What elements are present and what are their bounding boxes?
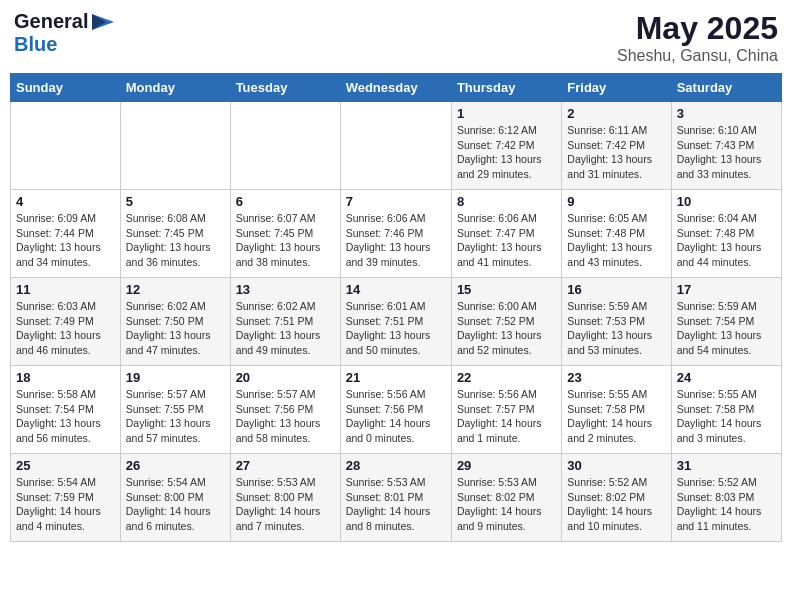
day-content: Sunrise: 5:54 AM Sunset: 7:59 PM Dayligh… — [16, 475, 115, 534]
day-content: Sunrise: 6:02 AM Sunset: 7:51 PM Dayligh… — [236, 299, 335, 358]
day-number: 30 — [567, 458, 665, 473]
day-number: 7 — [346, 194, 446, 209]
day-content: Sunrise: 6:03 AM Sunset: 7:49 PM Dayligh… — [16, 299, 115, 358]
day-number: 5 — [126, 194, 225, 209]
day-content: Sunrise: 6:05 AM Sunset: 7:48 PM Dayligh… — [567, 211, 665, 270]
day-content: Sunrise: 5:56 AM Sunset: 7:56 PM Dayligh… — [346, 387, 446, 446]
day-number: 1 — [457, 106, 556, 121]
calendar-table: SundayMondayTuesdayWednesdayThursdayFrid… — [10, 73, 782, 542]
calendar-cell: 14Sunrise: 6:01 AM Sunset: 7:51 PM Dayli… — [340, 278, 451, 366]
day-number: 12 — [126, 282, 225, 297]
calendar-cell: 24Sunrise: 5:55 AM Sunset: 7:58 PM Dayli… — [671, 366, 781, 454]
day-content: Sunrise: 6:01 AM Sunset: 7:51 PM Dayligh… — [346, 299, 446, 358]
day-content: Sunrise: 6:11 AM Sunset: 7:42 PM Dayligh… — [567, 123, 665, 182]
calendar-week-4: 18Sunrise: 5:58 AM Sunset: 7:54 PM Dayli… — [11, 366, 782, 454]
day-number: 26 — [126, 458, 225, 473]
day-number: 17 — [677, 282, 776, 297]
calendar-cell: 3Sunrise: 6:10 AM Sunset: 7:43 PM Daylig… — [671, 102, 781, 190]
calendar-cell: 30Sunrise: 5:52 AM Sunset: 8:02 PM Dayli… — [562, 454, 671, 542]
calendar-cell: 2Sunrise: 6:11 AM Sunset: 7:42 PM Daylig… — [562, 102, 671, 190]
logo-general: General — [14, 10, 88, 33]
calendar-cell — [230, 102, 340, 190]
calendar-cell: 18Sunrise: 5:58 AM Sunset: 7:54 PM Dayli… — [11, 366, 121, 454]
calendar-cell: 5Sunrise: 6:08 AM Sunset: 7:45 PM Daylig… — [120, 190, 230, 278]
day-number: 27 — [236, 458, 335, 473]
day-number: 23 — [567, 370, 665, 385]
calendar-cell: 11Sunrise: 6:03 AM Sunset: 7:49 PM Dayli… — [11, 278, 121, 366]
day-number: 8 — [457, 194, 556, 209]
weekday-header-saturday: Saturday — [671, 74, 781, 102]
day-content: Sunrise: 6:02 AM Sunset: 7:50 PM Dayligh… — [126, 299, 225, 358]
calendar-week-1: 1Sunrise: 6:12 AM Sunset: 7:42 PM Daylig… — [11, 102, 782, 190]
day-number: 10 — [677, 194, 776, 209]
calendar-cell: 29Sunrise: 5:53 AM Sunset: 8:02 PM Dayli… — [451, 454, 561, 542]
calendar-cell — [340, 102, 451, 190]
calendar-cell — [11, 102, 121, 190]
day-content: Sunrise: 5:52 AM Sunset: 8:02 PM Dayligh… — [567, 475, 665, 534]
day-content: Sunrise: 5:59 AM Sunset: 7:53 PM Dayligh… — [567, 299, 665, 358]
day-content: Sunrise: 5:53 AM Sunset: 8:02 PM Dayligh… — [457, 475, 556, 534]
weekday-header-wednesday: Wednesday — [340, 74, 451, 102]
day-content: Sunrise: 5:59 AM Sunset: 7:54 PM Dayligh… — [677, 299, 776, 358]
calendar-week-3: 11Sunrise: 6:03 AM Sunset: 7:49 PM Dayli… — [11, 278, 782, 366]
day-content: Sunrise: 5:56 AM Sunset: 7:57 PM Dayligh… — [457, 387, 556, 446]
logo-icon — [92, 14, 114, 30]
day-number: 22 — [457, 370, 556, 385]
day-content: Sunrise: 5:57 AM Sunset: 7:56 PM Dayligh… — [236, 387, 335, 446]
day-content: Sunrise: 6:07 AM Sunset: 7:45 PM Dayligh… — [236, 211, 335, 270]
location: Sheshu, Gansu, China — [617, 47, 778, 65]
weekday-header-row: SundayMondayTuesdayWednesdayThursdayFrid… — [11, 74, 782, 102]
calendar-cell: 1Sunrise: 6:12 AM Sunset: 7:42 PM Daylig… — [451, 102, 561, 190]
day-number: 3 — [677, 106, 776, 121]
calendar-cell: 27Sunrise: 5:53 AM Sunset: 8:00 PM Dayli… — [230, 454, 340, 542]
calendar-cell: 25Sunrise: 5:54 AM Sunset: 7:59 PM Dayli… — [11, 454, 121, 542]
calendar-cell: 9Sunrise: 6:05 AM Sunset: 7:48 PM Daylig… — [562, 190, 671, 278]
calendar-cell: 10Sunrise: 6:04 AM Sunset: 7:48 PM Dayli… — [671, 190, 781, 278]
day-content: Sunrise: 5:55 AM Sunset: 7:58 PM Dayligh… — [677, 387, 776, 446]
day-content: Sunrise: 6:12 AM Sunset: 7:42 PM Dayligh… — [457, 123, 556, 182]
day-content: Sunrise: 6:10 AM Sunset: 7:43 PM Dayligh… — [677, 123, 776, 182]
day-number: 6 — [236, 194, 335, 209]
calendar-cell: 17Sunrise: 5:59 AM Sunset: 7:54 PM Dayli… — [671, 278, 781, 366]
day-number: 31 — [677, 458, 776, 473]
weekday-header-friday: Friday — [562, 74, 671, 102]
weekday-header-thursday: Thursday — [451, 74, 561, 102]
day-content: Sunrise: 5:52 AM Sunset: 8:03 PM Dayligh… — [677, 475, 776, 534]
day-number: 15 — [457, 282, 556, 297]
page-header: General Blue May 2025 Sheshu, Gansu, Chi… — [10, 10, 782, 65]
day-number: 11 — [16, 282, 115, 297]
weekday-header-monday: Monday — [120, 74, 230, 102]
month-title: May 2025 — [617, 10, 778, 47]
calendar-cell: 4Sunrise: 6:09 AM Sunset: 7:44 PM Daylig… — [11, 190, 121, 278]
day-number: 19 — [126, 370, 225, 385]
calendar-cell — [120, 102, 230, 190]
logo: General Blue — [14, 10, 114, 56]
calendar-cell: 15Sunrise: 6:00 AM Sunset: 7:52 PM Dayli… — [451, 278, 561, 366]
weekday-header-tuesday: Tuesday — [230, 74, 340, 102]
day-number: 14 — [346, 282, 446, 297]
day-content: Sunrise: 6:08 AM Sunset: 7:45 PM Dayligh… — [126, 211, 225, 270]
day-content: Sunrise: 5:53 AM Sunset: 8:01 PM Dayligh… — [346, 475, 446, 534]
calendar-week-2: 4Sunrise: 6:09 AM Sunset: 7:44 PM Daylig… — [11, 190, 782, 278]
day-number: 28 — [346, 458, 446, 473]
calendar-cell: 23Sunrise: 5:55 AM Sunset: 7:58 PM Dayli… — [562, 366, 671, 454]
calendar-cell: 21Sunrise: 5:56 AM Sunset: 7:56 PM Dayli… — [340, 366, 451, 454]
logo-blue: Blue — [14, 33, 57, 56]
day-content: Sunrise: 6:04 AM Sunset: 7:48 PM Dayligh… — [677, 211, 776, 270]
day-content: Sunrise: 6:06 AM Sunset: 7:46 PM Dayligh… — [346, 211, 446, 270]
calendar-cell: 8Sunrise: 6:06 AM Sunset: 7:47 PM Daylig… — [451, 190, 561, 278]
day-number: 16 — [567, 282, 665, 297]
day-content: Sunrise: 5:58 AM Sunset: 7:54 PM Dayligh… — [16, 387, 115, 446]
day-number: 18 — [16, 370, 115, 385]
day-content: Sunrise: 6:00 AM Sunset: 7:52 PM Dayligh… — [457, 299, 556, 358]
title-block: May 2025 Sheshu, Gansu, China — [617, 10, 778, 65]
day-number: 9 — [567, 194, 665, 209]
calendar-cell: 7Sunrise: 6:06 AM Sunset: 7:46 PM Daylig… — [340, 190, 451, 278]
day-content: Sunrise: 6:06 AM Sunset: 7:47 PM Dayligh… — [457, 211, 556, 270]
calendar-cell: 13Sunrise: 6:02 AM Sunset: 7:51 PM Dayli… — [230, 278, 340, 366]
day-content: Sunrise: 5:55 AM Sunset: 7:58 PM Dayligh… — [567, 387, 665, 446]
calendar-week-5: 25Sunrise: 5:54 AM Sunset: 7:59 PM Dayli… — [11, 454, 782, 542]
calendar-cell: 31Sunrise: 5:52 AM Sunset: 8:03 PM Dayli… — [671, 454, 781, 542]
calendar-cell: 20Sunrise: 5:57 AM Sunset: 7:56 PM Dayli… — [230, 366, 340, 454]
day-number: 13 — [236, 282, 335, 297]
